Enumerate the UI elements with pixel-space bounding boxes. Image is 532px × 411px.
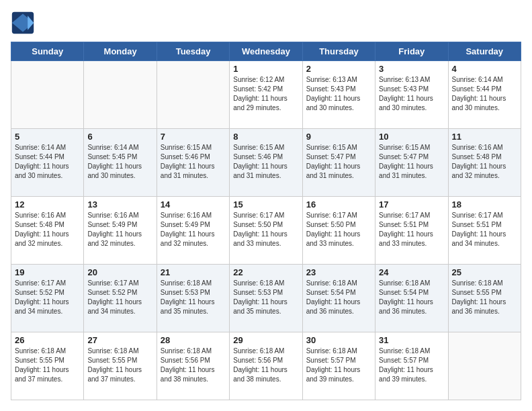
day-number: 11 (452, 132, 517, 142)
day-info: Sunrise: 6:18 AM Sunset: 5:55 PM Dayligh… (15, 347, 80, 384)
calendar-day-cell: 26Sunrise: 6:18 AM Sunset: 5:55 PM Dayli… (11, 332, 84, 400)
day-number: 7 (161, 132, 226, 142)
day-info: Sunrise: 6:17 AM Sunset: 5:52 PM Dayligh… (87, 279, 152, 316)
day-info: Sunrise: 6:17 AM Sunset: 5:52 PM Dayligh… (15, 279, 80, 316)
calendar-day-cell: 18Sunrise: 6:17 AM Sunset: 5:51 PM Dayli… (448, 197, 521, 265)
day-number: 13 (87, 199, 152, 210)
day-info: Sunrise: 6:15 AM Sunset: 5:46 PM Dayligh… (161, 143, 226, 181)
day-info: Sunrise: 6:13 AM Sunset: 5:43 PM Dayligh… (379, 75, 444, 113)
day-number: 21 (161, 267, 226, 277)
calendar-day-cell: 27Sunrise: 6:18 AM Sunset: 5:55 PM Dayli… (84, 332, 157, 400)
calendar-day-cell: 4Sunrise: 6:14 AM Sunset: 5:44 PM Daylig… (448, 61, 521, 129)
day-info: Sunrise: 6:16 AM Sunset: 5:49 PM Dayligh… (161, 211, 226, 248)
day-info: Sunrise: 6:18 AM Sunset: 5:55 PM Dayligh… (87, 347, 152, 384)
calendar-day-cell: 20Sunrise: 6:17 AM Sunset: 5:52 PM Dayli… (84, 265, 157, 332)
day-number: 24 (379, 267, 444, 277)
calendar-day-cell: 19Sunrise: 6:17 AM Sunset: 5:52 PM Dayli… (11, 265, 84, 332)
calendar-day-cell: 6Sunrise: 6:14 AM Sunset: 5:45 PM Daylig… (84, 129, 157, 197)
calendar-week-row: 12Sunrise: 6:16 AM Sunset: 5:48 PM Dayli… (11, 197, 521, 265)
calendar-day-cell: 10Sunrise: 6:15 AM Sunset: 5:47 PM Dayli… (375, 129, 448, 197)
calendar-day-cell: 16Sunrise: 6:17 AM Sunset: 5:50 PM Dayli… (302, 197, 375, 265)
day-info: Sunrise: 6:17 AM Sunset: 5:51 PM Dayligh… (379, 211, 444, 248)
day-info: Sunrise: 6:14 AM Sunset: 5:44 PM Dayligh… (452, 75, 517, 113)
calendar-day-cell: 24Sunrise: 6:18 AM Sunset: 5:54 PM Dayli… (375, 265, 448, 332)
general-blue-logo-icon (11, 11, 35, 35)
day-number: 10 (379, 132, 444, 142)
day-info: Sunrise: 6:18 AM Sunset: 5:53 PM Dayligh… (233, 279, 298, 316)
day-info: Sunrise: 6:12 AM Sunset: 5:42 PM Dayligh… (233, 75, 298, 113)
day-info: Sunrise: 6:16 AM Sunset: 5:48 PM Dayligh… (452, 143, 517, 181)
calendar-day-cell: 17Sunrise: 6:17 AM Sunset: 5:51 PM Dayli… (375, 197, 448, 265)
calendar-day-cell: 14Sunrise: 6:16 AM Sunset: 5:49 PM Dayli… (157, 197, 229, 265)
day-info: Sunrise: 6:15 AM Sunset: 5:47 PM Dayligh… (379, 143, 444, 181)
calendar-header-row: SundayMondayTuesdayWednesdayThursdayFrid… (11, 42, 521, 61)
day-info: Sunrise: 6:14 AM Sunset: 5:44 PM Dayligh… (15, 143, 80, 181)
day-number: 30 (306, 335, 371, 345)
day-number: 17 (379, 199, 444, 210)
day-info: Sunrise: 6:18 AM Sunset: 5:56 PM Dayligh… (233, 347, 298, 384)
calendar-day-cell: 15Sunrise: 6:17 AM Sunset: 5:50 PM Dayli… (230, 197, 302, 265)
day-header-wednesday: Wednesday (230, 42, 302, 61)
calendar-day-cell: 30Sunrise: 6:18 AM Sunset: 5:57 PM Dayli… (302, 332, 375, 400)
logo (11, 11, 38, 35)
day-number: 25 (452, 267, 517, 277)
day-info: Sunrise: 6:18 AM Sunset: 5:57 PM Dayligh… (306, 347, 371, 384)
calendar-day-cell: 25Sunrise: 6:18 AM Sunset: 5:55 PM Dayli… (448, 265, 521, 332)
calendar-week-row: 5Sunrise: 6:14 AM Sunset: 5:44 PM Daylig… (11, 129, 521, 197)
day-number: 2 (306, 64, 371, 74)
calendar-day-cell: 7Sunrise: 6:15 AM Sunset: 5:46 PM Daylig… (157, 129, 229, 197)
empty-cell (84, 61, 157, 129)
day-info: Sunrise: 6:15 AM Sunset: 5:46 PM Dayligh… (233, 143, 298, 181)
day-number: 26 (15, 335, 80, 345)
day-number: 9 (306, 132, 371, 142)
day-number: 31 (379, 335, 444, 345)
calendar-day-cell: 13Sunrise: 6:16 AM Sunset: 5:49 PM Dayli… (84, 197, 157, 265)
calendar-week-row: 1Sunrise: 6:12 AM Sunset: 5:42 PM Daylig… (11, 61, 521, 129)
day-number: 27 (87, 335, 152, 345)
calendar-day-cell: 5Sunrise: 6:14 AM Sunset: 5:44 PM Daylig… (11, 129, 84, 197)
day-number: 15 (233, 199, 298, 210)
calendar-day-cell: 8Sunrise: 6:15 AM Sunset: 5:46 PM Daylig… (230, 129, 302, 197)
day-info: Sunrise: 6:18 AM Sunset: 5:56 PM Dayligh… (161, 347, 226, 384)
day-info: Sunrise: 6:17 AM Sunset: 5:50 PM Dayligh… (233, 211, 298, 248)
calendar-week-row: 26Sunrise: 6:18 AM Sunset: 5:55 PM Dayli… (11, 332, 521, 400)
day-number: 8 (233, 132, 298, 142)
day-number: 16 (306, 199, 371, 210)
day-info: Sunrise: 6:18 AM Sunset: 5:53 PM Dayligh… (161, 279, 226, 316)
day-number: 23 (306, 267, 371, 277)
day-number: 6 (87, 132, 152, 142)
calendar-day-cell: 28Sunrise: 6:18 AM Sunset: 5:56 PM Dayli… (157, 332, 229, 400)
calendar-day-cell: 2Sunrise: 6:13 AM Sunset: 5:43 PM Daylig… (302, 61, 375, 129)
calendar-day-cell: 29Sunrise: 6:18 AM Sunset: 5:56 PM Dayli… (230, 332, 302, 400)
day-number: 28 (161, 335, 226, 345)
day-number: 1 (233, 64, 298, 74)
calendar-table: SundayMondayTuesdayWednesdayThursdayFrid… (11, 42, 521, 400)
day-info: Sunrise: 6:18 AM Sunset: 5:54 PM Dayligh… (379, 279, 444, 316)
day-number: 20 (87, 267, 152, 277)
calendar-day-cell: 23Sunrise: 6:18 AM Sunset: 5:54 PM Dayli… (302, 265, 375, 332)
calendar-day-cell: 12Sunrise: 6:16 AM Sunset: 5:48 PM Dayli… (11, 197, 84, 265)
header (11, 11, 521, 35)
page: SundayMondayTuesdayWednesdayThursdayFrid… (0, 0, 532, 411)
day-info: Sunrise: 6:17 AM Sunset: 5:50 PM Dayligh… (306, 211, 371, 248)
day-info: Sunrise: 6:16 AM Sunset: 5:49 PM Dayligh… (87, 211, 152, 248)
day-header-monday: Monday (84, 42, 157, 61)
calendar-day-cell: 31Sunrise: 6:18 AM Sunset: 5:57 PM Dayli… (375, 332, 448, 400)
calendar-day-cell: 22Sunrise: 6:18 AM Sunset: 5:53 PM Dayli… (230, 265, 302, 332)
day-info: Sunrise: 6:14 AM Sunset: 5:45 PM Dayligh… (87, 143, 152, 181)
day-info: Sunrise: 6:18 AM Sunset: 5:55 PM Dayligh… (452, 279, 517, 316)
day-number: 14 (161, 199, 226, 210)
day-number: 5 (15, 132, 80, 142)
calendar-week-row: 19Sunrise: 6:17 AM Sunset: 5:52 PM Dayli… (11, 265, 521, 332)
empty-cell (11, 61, 84, 129)
day-header-tuesday: Tuesday (157, 42, 229, 61)
day-number: 22 (233, 267, 298, 277)
empty-cell (448, 332, 521, 400)
calendar-day-cell: 11Sunrise: 6:16 AM Sunset: 5:48 PM Dayli… (448, 129, 521, 197)
day-header-thursday: Thursday (302, 42, 375, 61)
calendar-day-cell: 21Sunrise: 6:18 AM Sunset: 5:53 PM Dayli… (157, 265, 229, 332)
day-info: Sunrise: 6:18 AM Sunset: 5:57 PM Dayligh… (379, 347, 444, 384)
day-header-friday: Friday (375, 42, 448, 61)
calendar-day-cell: 9Sunrise: 6:15 AM Sunset: 5:47 PM Daylig… (302, 129, 375, 197)
day-header-sunday: Sunday (11, 42, 84, 61)
